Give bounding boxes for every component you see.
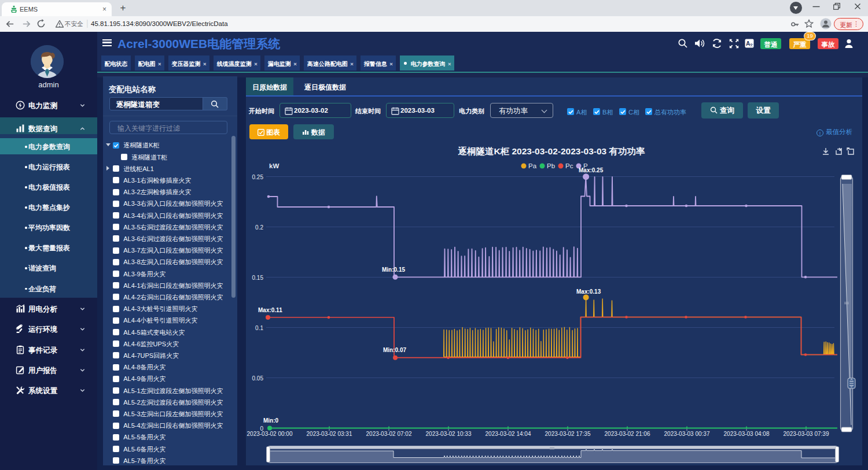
svg-text:2023-03-03 04:08: 2023-03-03 04:08 [724, 431, 770, 437]
svg-text:2023-03-02 21:06: 2023-03-02 21:06 [605, 431, 650, 437]
svg-text:0.15: 0.15 [252, 275, 264, 281]
svg-text:逐桐隧道K柜 2023-03-02-2023-03-03: 逐桐隧道K柜 2023-03-02-2023-03-03 有功功率 [457, 146, 645, 156]
svg-text:Max:0.13: Max:0.13 [576, 288, 601, 295]
svg-text:0.1: 0.1 [255, 325, 263, 331]
svg-text:0.05: 0.05 [252, 375, 264, 382]
svg-text:2023-03-02 10:33: 2023-03-02 10:33 [426, 431, 472, 437]
svg-text:Min:0: Min:0 [263, 417, 279, 424]
svg-text:Min:0.15: Min:0.15 [382, 267, 405, 273]
svg-text:2023-03-02 03:31: 2023-03-02 03:31 [307, 431, 352, 437]
svg-text:0.25: 0.25 [252, 174, 264, 180]
svg-text:文: 文 [749, 43, 753, 47]
svg-text:Max:0.25: Max:0.25 [579, 167, 604, 173]
svg-text:2023-03-02 17:35: 2023-03-02 17:35 [545, 431, 591, 437]
svg-text:Pb: Pb [547, 162, 555, 169]
svg-text:Max:0.11: Max:0.11 [258, 307, 282, 313]
svg-text:2023-03-03 07:39: 2023-03-03 07:39 [784, 431, 829, 437]
svg-text:kW: kW [269, 162, 279, 169]
svg-text:2023-03-02 00:00: 2023-03-02 00:00 [247, 431, 293, 437]
svg-text:Pc: Pc [565, 162, 573, 169]
svg-text:2023-03-03 00:37: 2023-03-03 00:37 [664, 431, 710, 437]
svg-text:2023-03-02 07:02: 2023-03-02 07:02 [366, 431, 412, 437]
svg-text:0.2: 0.2 [255, 224, 263, 231]
svg-text:Pa: Pa [528, 162, 537, 169]
svg-text:2023-03-02 14:04: 2023-03-02 14:04 [486, 431, 531, 437]
svg-text:Min:0.07: Min:0.07 [383, 347, 406, 353]
